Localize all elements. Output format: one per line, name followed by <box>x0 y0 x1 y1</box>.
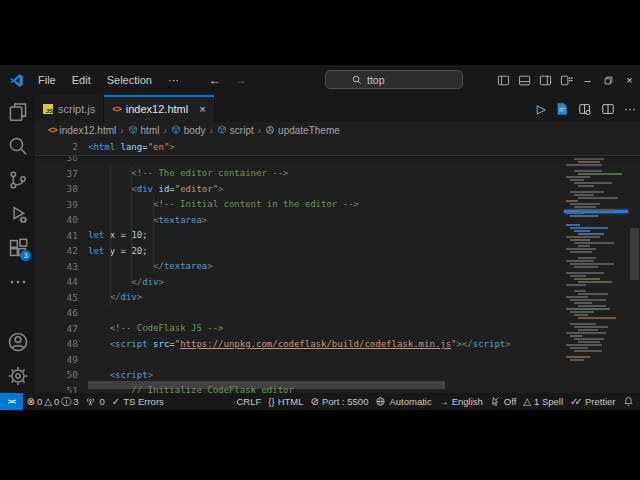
warning-icon: △ <box>523 396 531 407</box>
activity-more-actions-dots[interactable] <box>0 265 35 299</box>
search-icon <box>352 75 362 85</box>
activity-bar: 3 <box>0 95 35 393</box>
minimize-button[interactable]: – <box>577 65 598 95</box>
status-problems[interactable]: ⊗0△0ⓘ3 <box>23 393 82 410</box>
breadcrumb-body[interactable]: body <box>171 125 206 136</box>
symbol-element-icon <box>171 125 181 135</box>
menu-file[interactable]: File <box>30 74 64 86</box>
status-highlight-toggle[interactable]: Off <box>486 393 520 410</box>
vertical-scrollbar[interactable] <box>630 228 639 280</box>
source-control-icon <box>7 169 29 191</box>
status-language-mode[interactable]: {}HTML <box>265 393 307 410</box>
code-line-49[interactable]: 49 <box>35 352 595 368</box>
close-window-button[interactable]: × <box>619 65 640 95</box>
pointer-off-icon <box>490 396 501 407</box>
action-run[interactable]: ▷ <box>537 102 546 116</box>
activity-search[interactable] <box>0 129 35 163</box>
menu-selection[interactable]: Selection <box>99 74 160 86</box>
status-bar-right: CRLF{}HTML⊘Port : 5500Automatic→EnglishO… <box>233 393 640 410</box>
status-prettier[interactable]: ✓✓Prettier <box>567 393 619 410</box>
check-icon: ✓ <box>112 396 120 407</box>
action-live-server[interactable] <box>555 102 569 116</box>
braces-icon: {} <box>268 396 274 407</box>
window-controls: – × <box>493 65 640 95</box>
breadcrumb-updateTheme[interactable]: updateTheme <box>265 125 340 136</box>
action-split-editor[interactable] <box>601 102 615 116</box>
action-more-actions[interactable]: ··· <box>624 102 636 116</box>
sticky-scroll-line[interactable]: 2<html lang="en"> <box>35 138 640 156</box>
status-notifications[interactable] <box>619 393 637 410</box>
indent-guide <box>131 166 132 290</box>
breadcrumb-index12.html[interactable]: <>index12.html <box>48 125 116 136</box>
vscode-logo-icon <box>8 72 24 88</box>
globe-icon <box>375 396 386 407</box>
screenshot-stage: FileEditSelection··· ← → ttop – × <box>0 0 640 480</box>
code-line-48[interactable]: 48 <script src="https://unpkg.com/codefl… <box>35 336 595 352</box>
activity-explorer[interactable] <box>0 95 35 129</box>
symbol-element-icon <box>128 125 138 135</box>
layout-sidebar-left-icon[interactable] <box>493 65 514 95</box>
accounts-icon <box>7 331 29 353</box>
activity-run-and-debug[interactable] <box>0 197 35 231</box>
code-line-40[interactable]: 40 <textarea> <box>35 212 595 228</box>
menu-bar: FileEditSelection··· <box>30 65 187 95</box>
status-bar-left: ><⊗0△0ⓘ30✓TS Errors <box>0 393 167 410</box>
code-line-37[interactable]: 37 <!-- The editor container --> <box>35 166 595 182</box>
activity-settings[interactable] <box>0 359 35 393</box>
html-file-icon: <> <box>48 125 57 135</box>
tab-script.js[interactable]: JSscript.js <box>35 95 104 122</box>
editor-group: JSscript.js<>index12.html× ▷··· <>index1… <box>35 95 640 393</box>
code-line-47[interactable]: 47 <!-- CodeFlask JS --> <box>35 321 595 337</box>
status-live-server-port[interactable]: ⊘Port : 5500 <box>307 393 372 410</box>
code-line-44[interactable]: 44 </div> <box>35 274 595 290</box>
run-icon: ▷ <box>537 102 546 116</box>
broadcast-icon <box>85 396 96 407</box>
status-translate-source[interactable]: Automatic <box>372 393 435 410</box>
status-eol-sequence[interactable]: CRLF <box>233 393 265 410</box>
status-translate-target[interactable]: →English <box>435 393 486 410</box>
code-line-43[interactable]: 43 </textarea> <box>35 259 595 275</box>
horizontal-scrollbar[interactable] <box>88 381 445 389</box>
code-line-38[interactable]: 38 <div id="editor"> <box>35 181 595 197</box>
close-tab-icon[interactable]: × <box>199 103 205 115</box>
warning-icon: △ <box>44 396 52 407</box>
action-open-preview[interactable] <box>578 102 592 116</box>
code-line-39[interactable]: 39 <!-- Initial content in the editor --… <box>35 197 595 213</box>
go-back-icon[interactable]: ← <box>209 73 221 87</box>
more-actions-dots-icon <box>7 271 29 293</box>
customize-layout-icon[interactable] <box>556 65 577 95</box>
restore-button[interactable] <box>598 65 619 95</box>
code-line-42[interactable]: 42let y = 20; <box>35 243 595 259</box>
breadcrumb-html[interactable]: html <box>128 125 160 136</box>
double-check-icon: ✓✓ <box>570 396 582 407</box>
settings-icon <box>7 365 29 387</box>
remote-icon: >< <box>8 397 15 406</box>
go-forward-icon[interactable]: → <box>235 73 247 87</box>
code-line-46[interactable]: 46 <box>35 305 595 321</box>
minimap[interactable] <box>566 140 627 372</box>
tabs: JSscript.js<>index12.html× <box>35 95 215 122</box>
indent-guide <box>153 197 154 275</box>
status-ports-forwarded[interactable]: 0 <box>82 393 108 410</box>
command-center-search[interactable]: ttop <box>325 70 463 89</box>
status-ts-errors[interactable]: ✓TS Errors <box>108 393 167 410</box>
code-line-45[interactable]: 45 </div> <box>35 290 595 306</box>
menu-edit[interactable]: Edit <box>64 74 99 86</box>
code-line-41[interactable]: 41let x = 10; <box>35 228 595 244</box>
status-spell-checker[interactable]: △1 Spell <box>520 393 567 410</box>
menu-moremoremore[interactable]: ··· <box>160 74 187 86</box>
symbol-method-icon <box>265 125 275 135</box>
status-bar: ><⊗0△0ⓘ30✓TS Errors CRLF{}HTML⊘Port : 55… <box>0 393 640 410</box>
indent-guide <box>110 166 111 306</box>
activity-extensions[interactable]: 3 <box>0 231 35 265</box>
breadcrumb-script[interactable]: script <box>217 125 254 136</box>
activity-accounts[interactable] <box>0 325 35 359</box>
status-remote[interactable]: >< <box>0 393 23 410</box>
layout-panel-icon[interactable] <box>514 65 535 95</box>
editor-actions: ▷··· <box>537 95 636 122</box>
layout-sidebar-right-icon[interactable] <box>535 65 556 95</box>
tab-index12.html[interactable]: <>index12.html× <box>104 95 214 122</box>
activity-source-control[interactable] <box>0 163 35 197</box>
symbol-element-icon <box>217 125 227 135</box>
code-editor[interactable]: 3637 <!-- The editor container -->38 <di… <box>35 138 640 393</box>
